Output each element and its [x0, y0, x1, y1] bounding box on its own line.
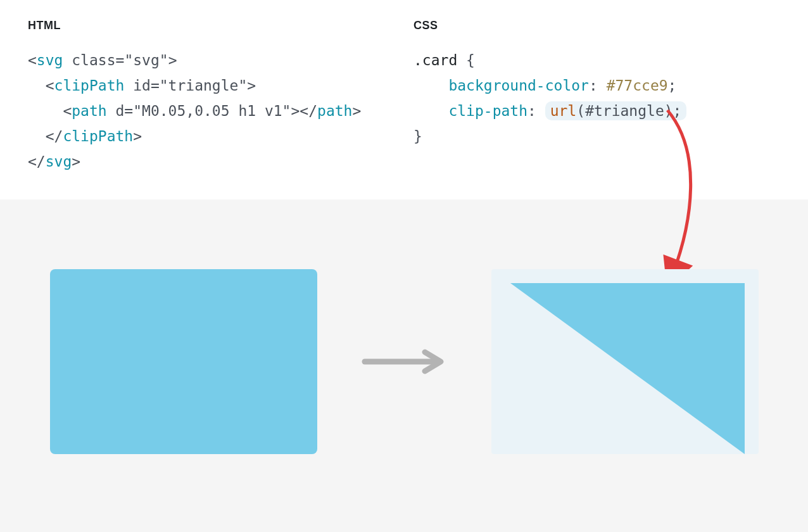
code-token: <: [28, 52, 37, 68]
css-column: CSS .card { background-color: #77cce9; c…: [395, 19, 780, 174]
code-token: }: [413, 128, 422, 144]
code-token: </: [46, 128, 63, 144]
code-token: :: [527, 103, 545, 119]
code-token: "svg": [124, 52, 168, 68]
code-token: "triangle": [160, 77, 247, 94]
visual-row: [0, 269, 808, 454]
css-code-block: .card { background-color: #77cce9; clip-…: [413, 48, 780, 149]
code-token: class: [72, 52, 115, 68]
card-after-frame: [491, 269, 759, 454]
page-container: HTML <svg class="svg"> <clipPath id="tri…: [0, 0, 808, 532]
arrow-right-icon: [362, 349, 447, 374]
code-token: ;: [673, 103, 682, 119]
code-token: id: [133, 77, 151, 94]
code-token: "M0.05,0.05 h1 v1": [133, 103, 291, 119]
code-token: <: [63, 103, 72, 119]
code-token: =: [116, 52, 125, 68]
code-token: background-color: [448, 77, 589, 94]
code-token: >: [168, 52, 177, 68]
code-token: path: [317, 103, 352, 119]
code-token: >: [133, 128, 142, 144]
code-token: [413, 103, 448, 119]
code-token: [413, 77, 448, 94]
code-token: clipPath: [54, 77, 125, 94]
code-token: <: [46, 77, 54, 94]
code-token: </: [28, 153, 46, 170]
code-token: [28, 103, 63, 119]
code-token: url: [550, 103, 577, 119]
code-token: .card: [413, 52, 457, 68]
visual-section: [0, 200, 808, 532]
html-code-block: <svg class="svg"> <clipPath id="triangle…: [28, 48, 395, 174]
code-token: >: [247, 77, 256, 94]
code-token: #77cce9: [607, 77, 668, 94]
code-token: >: [72, 153, 80, 170]
code-token: [124, 77, 133, 94]
code-token: clipPath: [63, 128, 133, 144]
code-token: >: [291, 103, 300, 119]
code-token: >: [352, 103, 361, 119]
code-token: ): [664, 103, 673, 119]
code-token: ;: [668, 77, 677, 94]
code-token: [28, 77, 46, 94]
code-token: path: [72, 103, 106, 119]
code-token: </: [300, 103, 317, 119]
code-token: [107, 103, 116, 119]
html-label: HTML: [28, 19, 395, 32]
code-token: clip-path: [448, 103, 527, 119]
code-token: #triangle: [585, 103, 664, 119]
code-token: svg: [46, 153, 72, 170]
code-token: :: [589, 77, 607, 94]
code-token: [63, 52, 72, 68]
code-token: svg: [37, 52, 63, 68]
code-token: [28, 128, 46, 144]
code-token: =: [124, 103, 133, 119]
highlighted-css-value: url(#triangle);: [545, 101, 687, 120]
code-token: =: [151, 77, 160, 94]
html-column: HTML <svg class="svg"> <clipPath id="tri…: [28, 19, 395, 174]
code-token: {: [457, 52, 475, 68]
code-token: d: [116, 103, 125, 119]
card-after-triangle: [510, 283, 745, 454]
card-before: [50, 269, 317, 454]
code-token: (: [576, 103, 585, 119]
code-section: HTML <svg class="svg"> <clipPath id="tri…: [0, 0, 808, 200]
css-label: CSS: [413, 19, 780, 32]
